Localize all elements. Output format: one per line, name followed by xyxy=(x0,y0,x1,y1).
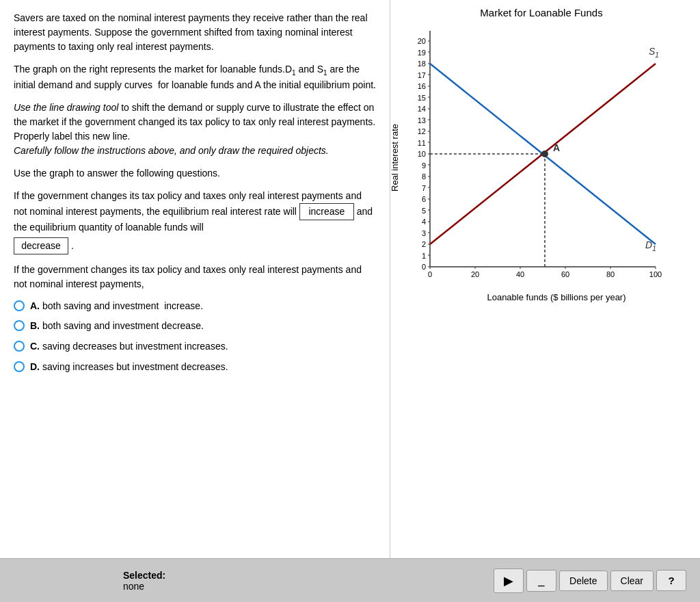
svg-text:7: 7 xyxy=(422,184,426,192)
paragraph-1: Savers are taxed on the nominal interest… xyxy=(14,11,376,54)
option-c-letter: C. xyxy=(30,340,40,354)
svg-text:2: 2 xyxy=(422,240,426,248)
svg-text:20: 20 xyxy=(418,37,426,45)
period: . xyxy=(71,240,74,251)
option-a-text: both saving and investment increase. xyxy=(42,300,203,313)
option-b-text: both saving and investment decrease. xyxy=(42,319,204,333)
selected-group: Selected: none xyxy=(123,570,168,592)
svg-text:10: 10 xyxy=(418,150,426,158)
svg-text:3: 3 xyxy=(422,229,426,237)
svg-text:16: 16 xyxy=(418,82,426,90)
svg-text:80: 80 xyxy=(606,270,615,278)
para6-text: If the government changes its tax policy… xyxy=(14,264,362,289)
svg-text:17: 17 xyxy=(418,71,426,79)
selected-label: Selected: xyxy=(123,570,165,581)
radio-a[interactable] xyxy=(14,300,25,311)
chart-title: Market for Loanable Funds xyxy=(390,7,693,18)
point-a-marker xyxy=(541,150,548,157)
svg-text:13: 13 xyxy=(418,116,426,125)
line-tool-button[interactable]: ⎯ xyxy=(526,570,556,592)
option-c[interactable]: C. saving decreases but investment incre… xyxy=(14,340,376,354)
option-b[interactable]: B. both saving and investment decrease. xyxy=(14,319,376,333)
para3-italic2: Carefully follow the instructions above,… xyxy=(14,145,329,156)
clear-button[interactable]: Clear xyxy=(610,571,654,591)
s1-label: S1 xyxy=(649,46,659,59)
radio-c[interactable] xyxy=(14,341,25,352)
radio-b[interactable] xyxy=(14,320,25,331)
svg-text:9: 9 xyxy=(422,161,426,170)
bottom-toolbar: Selected: none ▶ ⎯ Delete Clear ? xyxy=(0,558,700,602)
para1-text: Savers are taxed on the nominal interest… xyxy=(14,12,368,52)
selected-value: none xyxy=(123,581,168,592)
option-d[interactable]: D. saving increases but investment decre… xyxy=(14,361,376,374)
option-a-letter: A. xyxy=(30,300,40,313)
svg-text:6: 6 xyxy=(422,195,426,203)
paragraph-4: Use the graph to answer the following qu… xyxy=(14,166,376,181)
para4-text: Use the graph to answer the following qu… xyxy=(14,168,220,179)
paragraph-2: The graph on the right represents the ma… xyxy=(14,62,376,92)
option-d-letter: D. xyxy=(30,361,40,374)
radio-d[interactable] xyxy=(14,361,25,372)
svg-text:11: 11 xyxy=(418,139,426,147)
right-panel: Market for Loanable Funds Real interest … xyxy=(390,0,700,575)
x-axis-label: Loanable funds ($ billions per year) xyxy=(420,292,693,302)
svg-text:18: 18 xyxy=(418,60,426,68)
svg-text:14: 14 xyxy=(418,105,426,113)
help-button[interactable]: ? xyxy=(656,570,686,591)
svg-text:40: 40 xyxy=(516,270,524,278)
paragraph-5: If the government changes its tax policy… xyxy=(14,189,376,254)
delete-button[interactable]: Delete xyxy=(559,571,607,591)
cursor-tool-button[interactable]: ▶ xyxy=(494,568,524,593)
paragraph-3: Use the line drawing tool to shift the d… xyxy=(14,101,376,158)
svg-text:20: 20 xyxy=(471,270,479,278)
svg-text:4: 4 xyxy=(422,218,426,226)
option-b-letter: B. xyxy=(30,319,40,333)
chart-svg: 0 1 2 3 4 5 6 7 8 9 10 11 12 13 14 15 16… xyxy=(403,24,662,291)
svg-text:15: 15 xyxy=(418,94,426,102)
left-panel: Savers are taxed on the nominal interest… xyxy=(0,0,390,575)
para3-italic: Use the line drawing tool xyxy=(14,102,118,113)
svg-text:8: 8 xyxy=(422,172,426,181)
option-a[interactable]: A. both saving and investment increase. xyxy=(14,300,376,313)
svg-text:60: 60 xyxy=(561,270,569,278)
toolbar-buttons: ▶ ⎯ Delete Clear ? xyxy=(494,568,686,593)
y-axis-label: Real interest rate xyxy=(390,124,400,192)
svg-text:5: 5 xyxy=(422,207,426,215)
para2-start: The graph on the right represents the ma… xyxy=(14,64,376,90)
svg-text:0: 0 xyxy=(428,270,432,278)
option-c-text: saving decreases but investment increase… xyxy=(42,340,228,354)
svg-text:19: 19 xyxy=(418,49,426,57)
answer-increase: increase xyxy=(299,203,354,220)
svg-text:12: 12 xyxy=(418,127,426,135)
svg-text:0: 0 xyxy=(422,263,426,271)
paragraph-6: If the government changes its tax policy… xyxy=(14,263,376,291)
answer-decrease: decrease xyxy=(14,237,68,254)
radio-options: A. both saving and investment increase. … xyxy=(14,300,376,374)
d1-label: D1 xyxy=(645,239,656,252)
option-d-text: saving increases but investment decrease… xyxy=(42,361,228,374)
svg-text:100: 100 xyxy=(649,270,662,278)
point-a-label: A xyxy=(553,142,560,153)
panel-divider xyxy=(390,0,390,558)
svg-text:1: 1 xyxy=(422,252,426,260)
